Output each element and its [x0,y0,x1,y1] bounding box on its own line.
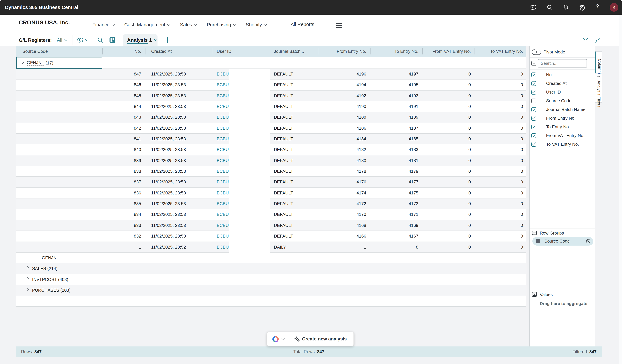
column-toggle-item[interactable]: From Entry No. [530,114,595,123]
drag-handle-icon[interactable] [539,73,543,77]
col-header-user-id[interactable]: User ID [217,46,232,57]
company-name[interactable]: CRONUS USA, Inc. [19,19,70,26]
collapsed-group-row[interactable]: INVTPCOST (408) [16,274,526,285]
table-row[interactable]: 111/02/2025, 23:52BCBUILDAILY1800 [16,242,526,253]
checkbox-checked[interactable] [531,125,536,129]
tab-columns[interactable]: Columns [595,52,602,73]
table-row[interactable]: 83811/02/2025, 23:53BCBUILDEFAULT4178417… [16,166,526,177]
col-header-journal-batch[interactable]: Journal Batch... [274,46,304,57]
analysis-data-icon[interactable] [109,37,116,43]
checkbox-checked[interactable] [531,72,536,77]
group-footer-label: GENJNL [42,253,59,263]
menu-icon[interactable] [336,23,342,28]
drag-handle-icon[interactable] [539,116,543,120]
col-header-created-at[interactable]: Created At [151,46,172,57]
scope-dropdown[interactable]: All [57,35,67,46]
column-toggle-item[interactable]: User ID [530,88,595,97]
settings-icon[interactable] [579,4,585,11]
tab-analysis-filters[interactable]: Analysis Filters [595,74,602,103]
table-row[interactable]: 84111/02/2025, 23:53BCBUILDEFAULT4184418… [16,134,526,145]
collapse-all-checkbox[interactable] [531,61,536,66]
remove-icon[interactable] [586,239,591,244]
table-row[interactable]: 83911/02/2025, 23:53BCBUILDEFAULT4180418… [16,155,526,166]
column-toggle-item[interactable]: From VAT Entry No. [530,131,595,140]
column-toggle-item[interactable]: To VAT Entry No. [530,140,595,149]
filter-icon[interactable] [582,37,589,43]
table-row[interactable]: 84611/02/2025, 23:53BCBUILDEFAULT4194419… [16,80,526,91]
copilot-icon[interactable] [77,37,84,43]
col-header-source-code[interactable]: Source Code [22,46,48,57]
drag-handle-icon[interactable] [539,134,543,138]
drag-handle-icon[interactable] [539,108,543,111]
column-toggle-item[interactable]: Journal Batch Name [530,105,595,114]
drag-handle-icon[interactable] [536,239,540,243]
table-row[interactable]: 83411/02/2025, 23:53BCBUILDEFAULT4170417… [16,209,526,220]
checkbox-checked[interactable] [531,81,536,86]
drag-handle-icon[interactable] [539,99,543,103]
column-search-input[interactable] [538,59,587,68]
col-header-from-entry[interactable]: From Entry No. [318,46,366,57]
pivot-mode-toggle[interactable] [532,50,541,55]
row-group-pill-source-code[interactable]: Source Code [532,237,593,246]
column-toggle-item[interactable]: Created At [530,79,595,88]
add-analysis-tab-icon[interactable] [164,37,171,43]
group-header-row[interactable]: GENJNL(17) [16,57,526,69]
checkbox-checked[interactable] [531,107,536,112]
table-row[interactable]: 83611/02/2025, 23:53BCBUILDEFAULT4174417… [16,188,526,199]
table-row[interactable]: 84511/02/2025, 23:53BCBUILDEFAULT4192419… [16,90,526,101]
selected-group-cell[interactable]: GENJNL(17) [16,57,102,69]
copilot-icon[interactable] [530,4,537,11]
nav-item-cash-management[interactable]: Cash Management [124,22,170,27]
table-row[interactable]: 84711/02/2025, 23:53BCBUILDEFAULT4196419… [16,69,526,80]
nav-item-shopify[interactable]: Shopify [246,22,267,27]
column-toggle-item[interactable]: Source Code [530,97,595,105]
search-icon[interactable] [97,37,104,43]
avatar[interactable]: K [610,3,618,12]
collapsed-group-row[interactable]: SALES (214) [16,263,526,274]
table-row[interactable]: 84211/02/2025, 23:53BCBUILDEFAULT4186418… [16,123,526,134]
notifications-icon[interactable] [563,4,569,11]
drag-handle-icon[interactable] [539,142,543,146]
col-header-to-vat[interactable]: To VAT Entry No. [475,46,523,57]
chevron-right-icon[interactable] [26,277,29,280]
col-header-no[interactable]: No. [102,46,141,57]
cell-to-vat: 0 [475,123,523,133]
table-row[interactable]: 83311/02/2025, 23:53BCBUILDEFAULT4168416… [16,220,526,231]
create-new-analysis-button[interactable]: Create new analysis [302,332,347,346]
checkbox-checked[interactable] [531,116,536,120]
chevron-right-icon[interactable] [26,288,29,291]
cell-to-vat: 0 [475,209,523,220]
scrollbar[interactable] [619,15,622,364]
table-row[interactable]: 83711/02/2025, 23:53BCBUILDEFAULT4176417… [16,177,526,188]
collapsed-group-row[interactable]: PURCHASES (208) [16,285,526,296]
col-header-to-entry[interactable]: To Entry No. [370,46,418,57]
cell-from-vat: 0 [422,177,471,187]
table-row[interactable]: 84311/02/2025, 23:53BCBUILDEFAULT4188418… [16,112,526,123]
checkbox-checked[interactable] [531,133,536,138]
table-row[interactable]: 84411/02/2025, 23:53BCBUILDEFAULT4190419… [16,101,526,112]
help-icon[interactable]: ? [596,3,599,9]
chevron-right-icon[interactable] [26,266,29,270]
checkbox-checked[interactable] [531,90,536,94]
drag-handle-icon[interactable] [539,82,543,86]
column-toggle-label: Created At [546,79,567,88]
table-row[interactable]: 84011/02/2025, 23:53BCBUILDEFAULT4182418… [16,145,526,155]
nav-item-label: Finance [92,22,110,27]
checkbox-checked[interactable] [531,142,536,146]
nav-item-purchasing[interactable]: Purchasing [207,22,236,27]
copilot-logo-icon[interactable] [272,336,279,342]
search-icon[interactable] [546,4,553,11]
column-toggle-item[interactable]: To Entry No. [530,123,595,131]
checkbox-unchecked[interactable] [531,98,536,103]
column-toggle-item[interactable]: No. [530,71,595,79]
nav-item-sales[interactable]: Sales [180,22,197,27]
nav-item-all-reports[interactable]: All Reports [291,15,314,35]
col-header-from-vat[interactable]: From VAT Entry No. [422,46,471,57]
drag-handle-icon[interactable] [539,90,543,94]
drag-handle-icon[interactable] [539,125,543,129]
table-row[interactable]: 83211/02/2025, 23:53BCBUILDEFAULT4166416… [16,231,526,242]
table-row[interactable]: 83511/02/2025, 23:53BCBUILDEFAULT4172417… [16,199,526,209]
nav-item-finance[interactable]: Finance [92,22,114,27]
collapse-icon[interactable] [594,37,601,43]
chevron-down-icon[interactable] [281,337,285,340]
